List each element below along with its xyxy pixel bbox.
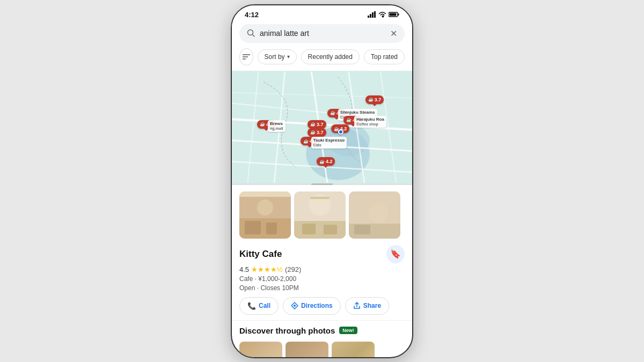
bookmark-icon: 🔖 [390,249,401,259]
share-icon [353,302,361,309]
recently-added-label: Recently added [308,53,353,61]
place-name-row: Kitty Cafe 🔖 [239,245,405,263]
marker-rating-5: 3.7 [317,130,324,135]
marker-label-brews: Brewsng.mall [268,120,286,132]
place-category: Cafe · ¥1,000-2,000 [239,275,405,283]
status-time: 4:12 [245,11,259,19]
clear-search-button[interactable]: ✕ [390,28,397,39]
wifi-icon [378,11,386,18]
marker-label-harajuku: Harajuku RoaCoffee shop [354,116,386,128]
svg-rect-3 [374,11,376,18]
svg-point-40 [369,203,388,223]
sort-icon-button[interactable] [239,48,253,65]
svg-rect-33 [302,224,316,234]
signal-icon [368,11,376,18]
photos-row [232,185,412,244]
map-marker-8[interactable]: ☕ 4.6 Tsuki EspressoCafe [301,137,319,145]
action-row: 📞 Call Directions Share [232,297,412,320]
svg-rect-1 [370,14,371,18]
discover-photos-row [232,337,412,358]
svg-rect-34 [324,225,337,234]
call-label: Call [259,302,270,309]
place-photo-2[interactable] [294,191,346,239]
call-button[interactable]: 📞 Call [239,297,279,315]
svg-point-29 [257,200,273,216]
new-badge: New! [339,327,357,334]
user-location-dot [338,129,343,135]
sort-arrow: ▾ [287,54,290,60]
map-marker-5[interactable]: ☕ 3.7 [308,128,326,137]
top-rated-chip[interactable]: Top rated [364,49,405,64]
search-input[interactable]: animal latte art [260,29,386,38]
star-icons: ★★★★½ [251,265,283,274]
discover-title: Discover through photos [239,326,335,335]
rating-row: 4.5 ★★★★½ (292) [239,265,405,274]
svg-rect-30 [239,191,291,197]
svg-rect-27 [245,221,261,234]
recently-added-chip[interactable]: Recently added [301,49,360,64]
svg-rect-0 [368,16,369,18]
phone-frame: 4:12 [231,4,413,358]
discover-thumb-2[interactable] [286,342,328,358]
photo-2-svg [294,191,346,239]
rating-value: 4.5 [239,265,249,274]
svg-point-42 [294,305,296,307]
svg-rect-5 [398,13,399,16]
svg-rect-6 [390,13,397,16]
battery-icon [389,11,399,18]
discover-thumb-1[interactable] [239,342,282,358]
svg-line-8 [253,35,255,37]
marker-rating-1: 3.7 [375,97,382,102]
top-rated-label: Top rated [371,53,398,61]
drag-handle[interactable] [311,183,333,185]
directions-label: Directions [301,302,333,309]
discover-section: Discover through photos New! [232,320,412,337]
marker-label-tsuki: Tsuki EspressoCafe [311,137,347,149]
share-button[interactable]: Share [345,297,389,315]
photo-1-svg [239,191,291,239]
svg-rect-32 [294,221,346,239]
sort-lines-icon [243,54,250,60]
map-marker-9[interactable]: ☕ 4.2 [317,157,335,166]
svg-rect-28 [266,223,277,234]
open-status: Open [239,284,255,292]
marker-rating-9: 4.2 [326,159,333,164]
close-time: · Closes 10PM [257,284,299,292]
marker-rating-3: 3.7 [317,122,324,127]
search-bar[interactable]: animal latte art ✕ [239,24,405,43]
status-icons [368,11,399,18]
place-photo-1[interactable] [239,191,291,239]
svg-rect-36 [310,197,330,199]
sort-by-chip[interactable]: Sort by ▾ [258,49,297,64]
map-marker-6[interactable]: ☕ 4.3 Harajuku RoaCoffee shop [343,116,362,124]
filter-row: Sort by ▾ Recently added Top rated [232,48,412,71]
search-bar-container: animal latte art ✕ [232,21,412,48]
place-photo-3[interactable] [349,191,400,239]
discover-thumb-3[interactable] [332,342,375,358]
sort-by-label: Sort by [265,53,285,61]
review-count: (292) [285,265,301,274]
save-place-button[interactable]: 🔖 [386,245,405,263]
map-marker-3[interactable]: ☕ 3.7 [308,120,326,129]
svg-rect-39 [354,225,370,234]
place-info: Kitty Cafe 🔖 4.5 ★★★★½ (292) Cafe · ¥1,0… [232,244,412,292]
map-marker-1[interactable]: ☕ 3.7 [365,95,384,104]
map-container[interactable]: ☕ 3.7 ☕ 4.3 Shinjuku SteamsCafe ☕ 3.7 [232,71,412,183]
svg-rect-2 [372,12,374,18]
directions-icon [291,302,298,309]
directions-button[interactable]: Directions [283,297,341,315]
share-label: Share [363,302,381,309]
map-marker-4[interactable]: ☕ 4.6 Brewsng.mall [257,120,276,129]
photo-3-svg [349,191,400,239]
place-name: Kitty Cafe [239,249,282,260]
place-hours: Open · Closes 10PM [239,284,405,292]
search-icon [247,29,255,38]
status-bar: 4:12 [232,5,412,21]
call-icon: 📞 [247,302,256,310]
